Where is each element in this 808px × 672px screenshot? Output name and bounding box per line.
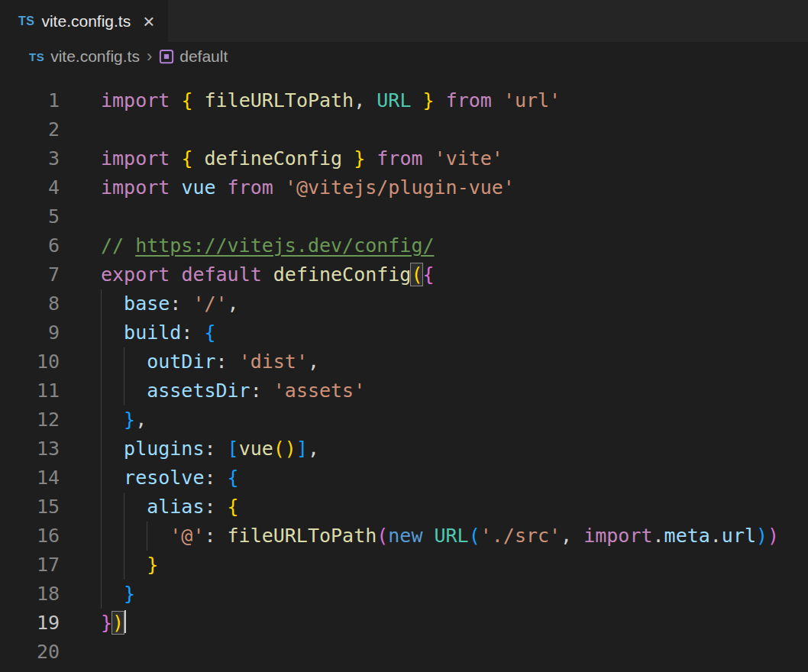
code-token: ) xyxy=(112,612,124,634)
code-token: : xyxy=(204,467,227,489)
code-token: fileURLToPath xyxy=(228,525,377,547)
code-line: 10outDir: 'dist', xyxy=(0,347,808,376)
indent-guide xyxy=(101,551,102,580)
indent-guide xyxy=(101,580,102,609)
code-line: 18} xyxy=(0,580,808,609)
code-token: outDir xyxy=(147,351,215,373)
code-token: '@' xyxy=(170,525,204,547)
tab-title: vite.config.ts xyxy=(41,12,131,31)
code-token: } xyxy=(101,612,112,634)
code-token: from xyxy=(446,89,492,111)
code-line-content: import vue from '@vitejs/plugin-vue' xyxy=(101,173,515,202)
code-token: ( xyxy=(273,438,285,460)
code-token: { xyxy=(422,263,434,286)
code-line: 19}) xyxy=(0,609,808,638)
code-token: } xyxy=(354,147,365,170)
code-token: : xyxy=(250,380,273,402)
code-token: '/' xyxy=(192,292,227,315)
indent-guide xyxy=(101,318,102,347)
code-token: plugins xyxy=(124,438,204,460)
code-line-content: plugins: [vue()], xyxy=(101,435,319,464)
indent-guide xyxy=(124,522,124,551)
code-line-content: assetsDir: 'assets' xyxy=(101,376,365,405)
code-line-content: base: '/', xyxy=(101,289,239,318)
code-line: 5 xyxy=(0,202,808,231)
code-line-content: import { defineConfig } from 'vite' xyxy=(101,144,503,173)
code-token: 'assets' xyxy=(273,380,365,402)
code-token xyxy=(423,147,435,170)
code-token: : xyxy=(204,438,227,460)
code-token: ) xyxy=(768,525,779,547)
code-line-content: // https://vitejs.dev/config/ xyxy=(101,231,435,260)
code-token: meta xyxy=(664,525,710,547)
breadcrumb: TS vite.config.ts › default xyxy=(0,42,808,71)
code-token: ( xyxy=(377,525,388,547)
line-number: 2 xyxy=(0,115,60,144)
code-token: , xyxy=(135,409,147,431)
code-token: : xyxy=(204,496,227,518)
code-token: . xyxy=(710,525,722,547)
line-number: 17 xyxy=(0,551,60,580)
code-token: , xyxy=(561,525,583,547)
line-number: 18 xyxy=(0,580,60,609)
typescript-icon: TS xyxy=(18,15,34,28)
code-line-content: alias: { xyxy=(101,493,239,522)
code-token: } xyxy=(124,583,135,605)
breadcrumb-symbol[interactable]: default xyxy=(179,47,228,66)
code-token xyxy=(273,176,285,199)
code-line: 11assetsDir: 'assets' xyxy=(0,376,808,405)
code-editor[interactable]: 1import { fileURLToPath, URL } from 'url… xyxy=(0,71,808,667)
code-token: vue xyxy=(181,176,215,199)
tab-vite-config-ts[interactable]: TS vite.config.ts × xyxy=(0,0,168,42)
indent-guide xyxy=(101,464,102,493)
code-line: 6// https://vitejs.dev/config/ xyxy=(0,231,808,260)
code-line: 17} xyxy=(0,551,808,580)
code-token: [ xyxy=(228,438,239,460)
code-token: from xyxy=(228,176,273,199)
code-line: 20 xyxy=(0,638,808,667)
line-number: 3 xyxy=(0,144,60,173)
code-token: ) xyxy=(285,438,296,460)
code-token: build xyxy=(124,321,181,344)
code-token: , xyxy=(308,351,319,373)
indent-guide xyxy=(101,376,102,405)
code-line-content: } xyxy=(101,551,158,580)
code-token: import xyxy=(101,89,170,111)
code-token: 'vite' xyxy=(435,147,503,170)
code-token: , xyxy=(308,438,319,460)
code-token: : xyxy=(216,351,239,373)
indent-guide xyxy=(101,522,102,551)
code-token: URL xyxy=(435,525,469,547)
code-token: default xyxy=(181,263,261,286)
code-token: resolve xyxy=(124,467,204,489)
code-line-content: '@': fileURLToPath(new URL('./src', impo… xyxy=(101,522,779,551)
code-token xyxy=(170,89,181,111)
indent-guide xyxy=(147,522,147,551)
code-token: './src' xyxy=(480,525,561,547)
code-token: 'dist' xyxy=(239,351,308,373)
line-number: 15 xyxy=(0,493,60,522)
code-token: url xyxy=(722,525,756,547)
line-number: 13 xyxy=(0,435,60,464)
code-token: , xyxy=(228,292,239,315)
line-number: 12 xyxy=(0,405,60,435)
line-number: 6 xyxy=(0,231,60,260)
indent-guide xyxy=(101,435,102,464)
code-token: } xyxy=(124,409,135,431)
close-icon[interactable]: × xyxy=(143,11,154,31)
code-token xyxy=(365,147,377,170)
code-token: defineConfig xyxy=(273,263,412,286)
code-token xyxy=(170,176,181,199)
breadcrumb-file[interactable]: vite.config.ts xyxy=(50,47,140,66)
code-token: base xyxy=(124,292,170,315)
code-token xyxy=(422,525,434,547)
code-token: { xyxy=(228,496,239,518)
code-line: 1import { fileURLToPath, URL } from 'url… xyxy=(0,86,808,115)
code-token: export xyxy=(101,263,170,286)
code-token: alias xyxy=(147,496,204,518)
code-token: { xyxy=(181,147,192,170)
code-token: new xyxy=(388,525,422,547)
code-token: defineConfig xyxy=(205,147,343,170)
line-number: 20 xyxy=(0,638,60,667)
line-number: 19 xyxy=(0,609,60,638)
